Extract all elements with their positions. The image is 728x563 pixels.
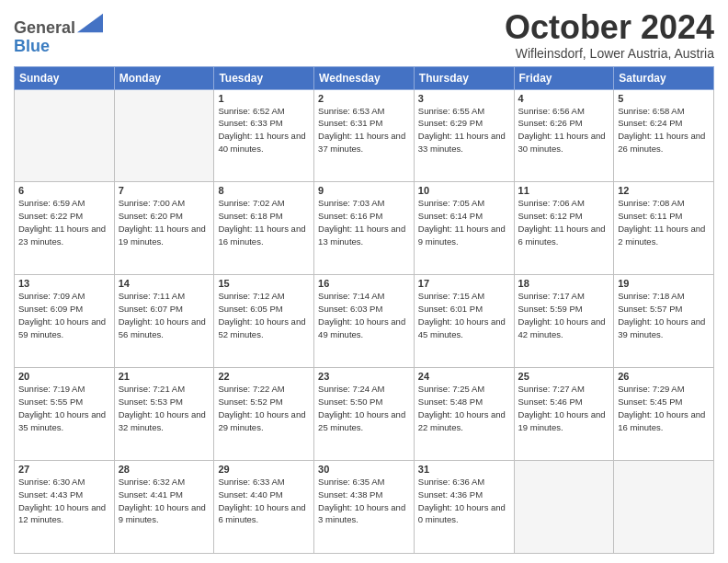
calendar-cell: 11Sunrise: 7:06 AM Sunset: 6:12 PM Dayli…	[514, 182, 614, 275]
title-block: October 2024 Wifleinsdorf, Lower Austria…	[505, 9, 714, 61]
calendar-cell: 5Sunrise: 6:58 AM Sunset: 6:24 PM Daylig…	[614, 89, 714, 182]
header: General Blue October 2024 Wifleinsdorf, …	[14, 9, 714, 61]
day-number: 4	[518, 93, 610, 104]
location: Wifleinsdorf, Lower Austria, Austria	[505, 46, 714, 61]
day-info: Sunrise: 7:19 AM Sunset: 5:55 PM Dayligh…	[18, 383, 110, 433]
calendar-cell: 15Sunrise: 7:12 AM Sunset: 6:05 PM Dayli…	[214, 275, 314, 368]
day-number: 6	[18, 185, 110, 196]
day-number: 13	[18, 278, 110, 289]
calendar-cell: 2Sunrise: 6:53 AM Sunset: 6:31 PM Daylig…	[314, 89, 415, 182]
day-number: 22	[218, 371, 310, 382]
calendar-cell	[514, 461, 614, 554]
day-info: Sunrise: 6:55 AM Sunset: 6:29 PM Dayligh…	[418, 105, 510, 155]
weekday-header-cell: Sunday	[15, 66, 115, 89]
weekday-header-cell: Tuesday	[214, 66, 314, 89]
day-info: Sunrise: 7:25 AM Sunset: 5:48 PM Dayligh…	[418, 383, 510, 433]
calendar-cell	[114, 89, 214, 182]
calendar-cell: 8Sunrise: 7:02 AM Sunset: 6:18 PM Daylig…	[214, 182, 314, 275]
day-number: 26	[618, 371, 710, 382]
calendar-cell: 29Sunrise: 6:33 AM Sunset: 4:40 PM Dayli…	[214, 461, 314, 554]
page: General Blue October 2024 Wifleinsdorf, …	[0, 0, 728, 563]
day-info: Sunrise: 7:02 AM Sunset: 6:18 PM Dayligh…	[218, 197, 310, 247]
calendar-week-row: 1Sunrise: 6:52 AM Sunset: 6:33 PM Daylig…	[15, 89, 714, 182]
day-info: Sunrise: 6:30 AM Sunset: 4:43 PM Dayligh…	[18, 476, 110, 526]
weekday-header-cell: Thursday	[414, 66, 514, 89]
day-number: 2	[318, 93, 410, 104]
calendar-cell: 19Sunrise: 7:18 AM Sunset: 5:57 PM Dayli…	[614, 275, 714, 368]
day-info: Sunrise: 7:22 AM Sunset: 5:52 PM Dayligh…	[218, 383, 310, 433]
day-number: 25	[518, 371, 610, 382]
day-number: 12	[618, 185, 710, 196]
calendar-cell: 13Sunrise: 7:09 AM Sunset: 6:09 PM Dayli…	[15, 275, 115, 368]
day-info: Sunrise: 7:11 AM Sunset: 6:07 PM Dayligh…	[119, 290, 210, 340]
day-number: 9	[318, 185, 410, 196]
day-info: Sunrise: 6:32 AM Sunset: 4:41 PM Dayligh…	[119, 476, 210, 526]
day-number: 24	[418, 371, 510, 382]
day-info: Sunrise: 7:03 AM Sunset: 6:16 PM Dayligh…	[318, 197, 410, 247]
calendar-cell: 14Sunrise: 7:11 AM Sunset: 6:07 PM Dayli…	[114, 275, 214, 368]
day-number: 15	[218, 278, 310, 289]
day-info: Sunrise: 7:12 AM Sunset: 6:05 PM Dayligh…	[218, 290, 310, 340]
day-number: 16	[318, 278, 410, 289]
calendar-cell: 7Sunrise: 7:00 AM Sunset: 6:20 PM Daylig…	[114, 182, 214, 275]
day-info: Sunrise: 7:14 AM Sunset: 6:03 PM Dayligh…	[318, 290, 410, 340]
day-info: Sunrise: 7:15 AM Sunset: 6:01 PM Dayligh…	[418, 290, 510, 340]
day-number: 18	[518, 278, 610, 289]
calendar-cell: 28Sunrise: 6:32 AM Sunset: 4:41 PM Dayli…	[114, 461, 214, 554]
day-info: Sunrise: 7:24 AM Sunset: 5:50 PM Dayligh…	[318, 383, 410, 433]
day-info: Sunrise: 7:08 AM Sunset: 6:11 PM Dayligh…	[618, 197, 710, 247]
day-info: Sunrise: 7:05 AM Sunset: 6:14 PM Dayligh…	[418, 197, 510, 247]
calendar-cell: 21Sunrise: 7:21 AM Sunset: 5:53 PM Dayli…	[114, 368, 214, 461]
calendar-cell: 20Sunrise: 7:19 AM Sunset: 5:55 PM Dayli…	[15, 368, 115, 461]
calendar-cell: 22Sunrise: 7:22 AM Sunset: 5:52 PM Dayli…	[214, 368, 314, 461]
calendar-week-row: 6Sunrise: 6:59 AM Sunset: 6:22 PM Daylig…	[15, 182, 714, 275]
day-info: Sunrise: 7:27 AM Sunset: 5:46 PM Dayligh…	[518, 383, 610, 433]
day-info: Sunrise: 7:09 AM Sunset: 6:09 PM Dayligh…	[18, 290, 110, 340]
day-number: 31	[418, 464, 510, 475]
calendar-cell: 6Sunrise: 6:59 AM Sunset: 6:22 PM Daylig…	[15, 182, 115, 275]
calendar-cell: 3Sunrise: 6:55 AM Sunset: 6:29 PM Daylig…	[414, 89, 514, 182]
day-info: Sunrise: 6:59 AM Sunset: 6:22 PM Dayligh…	[18, 197, 110, 247]
day-info: Sunrise: 6:52 AM Sunset: 6:33 PM Dayligh…	[218, 105, 310, 155]
calendar-cell: 12Sunrise: 7:08 AM Sunset: 6:11 PM Dayli…	[614, 182, 714, 275]
day-number: 19	[618, 278, 710, 289]
day-number: 20	[18, 371, 110, 382]
calendar-cell: 9Sunrise: 7:03 AM Sunset: 6:16 PM Daylig…	[314, 182, 415, 275]
day-info: Sunrise: 7:21 AM Sunset: 5:53 PM Dayligh…	[119, 383, 210, 433]
day-number: 11	[518, 185, 610, 196]
weekday-header-cell: Saturday	[614, 66, 714, 89]
day-number: 3	[418, 93, 510, 104]
day-number: 30	[318, 464, 410, 475]
calendar-week-row: 13Sunrise: 7:09 AM Sunset: 6:09 PM Dayli…	[15, 275, 714, 368]
day-number: 7	[119, 185, 210, 196]
day-number: 21	[119, 371, 210, 382]
calendar-cell: 26Sunrise: 7:29 AM Sunset: 5:45 PM Dayli…	[614, 368, 714, 461]
calendar-cell: 24Sunrise: 7:25 AM Sunset: 5:48 PM Dayli…	[414, 368, 514, 461]
calendar-week-row: 27Sunrise: 6:30 AM Sunset: 4:43 PM Dayli…	[15, 461, 714, 554]
logo-blue: Blue	[14, 37, 50, 55]
calendar-cell: 10Sunrise: 7:05 AM Sunset: 6:14 PM Dayli…	[414, 182, 514, 275]
day-number: 17	[418, 278, 510, 289]
day-info: Sunrise: 6:56 AM Sunset: 6:26 PM Dayligh…	[518, 105, 610, 155]
day-number: 29	[218, 464, 310, 475]
calendar-cell: 17Sunrise: 7:15 AM Sunset: 6:01 PM Dayli…	[414, 275, 514, 368]
calendar-cell	[614, 461, 714, 554]
logo-general: General	[14, 18, 75, 37]
calendar: SundayMondayTuesdayWednesdayThursdayFrid…	[14, 66, 714, 554]
day-number: 27	[18, 464, 110, 475]
day-number: 23	[318, 371, 410, 382]
day-info: Sunrise: 6:33 AM Sunset: 4:40 PM Dayligh…	[218, 476, 310, 526]
day-info: Sunrise: 7:17 AM Sunset: 5:59 PM Dayligh…	[518, 290, 610, 340]
day-number: 5	[618, 93, 710, 104]
weekday-header-cell: Wednesday	[314, 66, 415, 89]
calendar-cell: 27Sunrise: 6:30 AM Sunset: 4:43 PM Dayli…	[15, 461, 115, 554]
calendar-cell: 18Sunrise: 7:17 AM Sunset: 5:59 PM Dayli…	[514, 275, 614, 368]
svg-marker-0	[77, 14, 103, 33]
day-number: 1	[218, 93, 310, 104]
day-info: Sunrise: 6:53 AM Sunset: 6:31 PM Dayligh…	[318, 105, 410, 155]
day-info: Sunrise: 7:29 AM Sunset: 5:45 PM Dayligh…	[618, 383, 710, 433]
calendar-cell	[15, 89, 115, 182]
calendar-cell: 1Sunrise: 6:52 AM Sunset: 6:33 PM Daylig…	[214, 89, 314, 182]
calendar-week-row: 20Sunrise: 7:19 AM Sunset: 5:55 PM Dayli…	[15, 368, 714, 461]
weekday-header-cell: Friday	[514, 66, 614, 89]
